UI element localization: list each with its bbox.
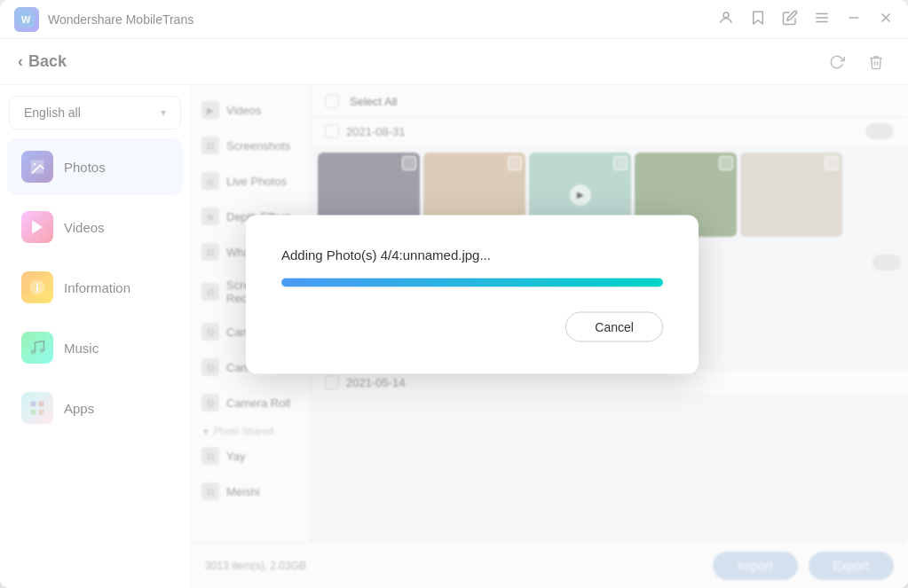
progress-bar-fill: [281, 278, 663, 286]
progress-dialog: Adding Photo(s) 4/4:unnamed.jpg... Cance…: [246, 215, 699, 373]
app-window: W Wondershare MobileTrans: [0, 0, 908, 588]
progress-bar-container: [281, 278, 663, 286]
cancel-button[interactable]: Cancel: [565, 311, 663, 341]
progress-message: Adding Photo(s) 4/4:unnamed.jpg...: [281, 247, 663, 262]
progress-dialog-actions: Cancel: [281, 311, 663, 341]
